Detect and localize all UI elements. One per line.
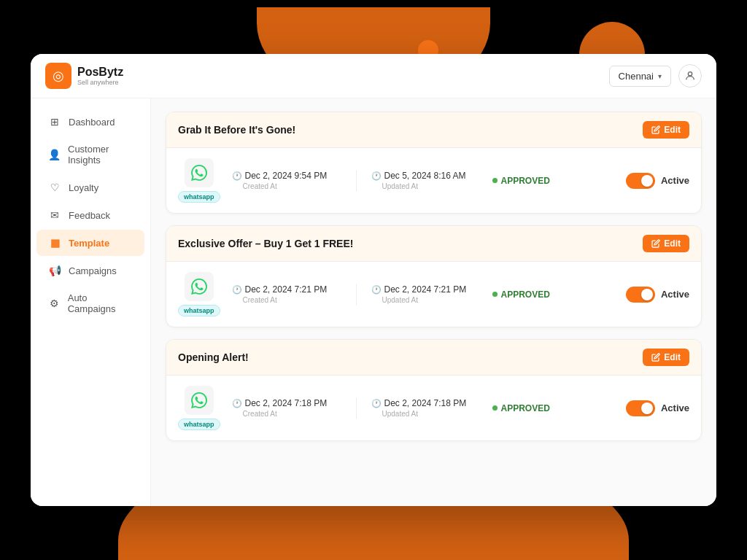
toggle-thumb-2 xyxy=(641,289,653,300)
user-profile-button[interactable] xyxy=(678,64,702,88)
created-at-group-3: 🕐 Dec 2, 2024 7:18 PM Created At xyxy=(232,398,341,418)
store-selector[interactable]: Chennai ▾ xyxy=(609,66,671,87)
sidebar-label-customer: Customer Insights xyxy=(68,144,133,166)
svg-point-0 xyxy=(688,72,692,76)
store-name: Chennai xyxy=(619,71,654,82)
clock-icon-1: 🕐 xyxy=(232,171,242,181)
status-dot-1 xyxy=(492,178,498,183)
logo-text: PosBytz Sell anywhere xyxy=(77,66,123,86)
status-dot-3 xyxy=(492,405,498,411)
sidebar-item-customer-insights[interactable]: 👤 Customer Insights xyxy=(36,136,144,173)
active-toggle-3[interactable] xyxy=(626,400,655,416)
sidebar-label-campaigns: Campaigns xyxy=(69,265,117,276)
sidebar-label-dashboard: Dashboard xyxy=(69,117,115,128)
clock-icon-4: 🕐 xyxy=(371,285,382,295)
template-card-3: Opening Alert! Edit xyxy=(166,339,702,441)
clock-icon-6: 🕐 xyxy=(371,399,382,408)
active-label-1: Active xyxy=(661,175,689,186)
logo-icon: ◎ xyxy=(45,63,71,89)
edit-button-1[interactable]: Edit xyxy=(643,121,689,139)
sidebar-label-auto-campaigns: Auto Campaigns xyxy=(68,292,133,314)
sidebar-label-template: Template xyxy=(69,238,109,249)
sidebar-item-feedback[interactable]: ✉ Feedback xyxy=(36,202,144,228)
whatsapp-container-1: whatsapp xyxy=(178,158,220,203)
toggle-container-3: Active xyxy=(626,400,689,416)
app-tagline: Sell anywhere xyxy=(77,79,123,86)
toggle-container-1: Active xyxy=(626,173,689,189)
created-at-group-2: 🕐 Dec 2, 2024 7:21 PM Created At xyxy=(232,284,341,304)
template-title-3: Opening Alert! xyxy=(178,351,249,363)
divider-2 xyxy=(356,284,357,306)
created-label-3: Created At xyxy=(232,410,341,418)
sidebar: ⊞ Dashboard 👤 Customer Insights ♡ Loyalt… xyxy=(31,98,151,506)
whatsapp-badge-2: whatsapp xyxy=(178,305,220,316)
sidebar-label-feedback: Feedback xyxy=(69,210,110,221)
card-header-1: Grab It Before It's Gone! Edit xyxy=(166,112,701,148)
whatsapp-badge-1: whatsapp xyxy=(178,191,220,203)
active-toggle-2[interactable] xyxy=(626,287,655,303)
sidebar-item-auto-campaigns[interactable]: ⚙ Auto Campaigns xyxy=(36,285,144,322)
whatsapp-icon-2 xyxy=(185,272,214,301)
clock-icon-5: 🕐 xyxy=(232,399,242,408)
card-body-3: whatsapp 🕐 Dec 2, 2024 7:18 PM Created A… xyxy=(166,376,701,440)
template-card-2: Exclusive Offer – Buy 1 Get 1 FREE! Edit xyxy=(166,225,702,327)
body: ⊞ Dashboard 👤 Customer Insights ♡ Loyalt… xyxy=(31,98,716,506)
toggle-container-2: Active xyxy=(626,287,689,303)
updated-at-1: 🕐 Dec 5, 2024 8:16 AM xyxy=(371,171,481,181)
active-label-3: Active xyxy=(661,402,689,413)
edit-button-3[interactable]: Edit xyxy=(643,349,689,366)
whatsapp-icon-1 xyxy=(185,158,214,187)
created-at-3: 🕐 Dec 2, 2024 7:18 PM xyxy=(232,398,341,408)
card-body-1: whatsapp 🕐 Dec 2, 2024 9:54 PM Created A… xyxy=(166,148,701,213)
active-toggle-1[interactable] xyxy=(626,173,655,189)
toggle-thumb-1 xyxy=(641,175,653,187)
campaigns-icon: 📢 xyxy=(48,265,61,276)
sidebar-item-campaigns[interactable]: 📢 Campaigns xyxy=(36,257,144,284)
updated-at-group-1: 🕐 Dec 5, 2024 8:16 AM Updated At xyxy=(371,171,481,190)
sidebar-item-loyalty[interactable]: ♡ Loyalty xyxy=(36,174,144,201)
logo: ◎ PosBytz Sell anywhere xyxy=(45,63,123,89)
clock-icon-2: 🕐 xyxy=(371,171,382,181)
status-dot-2 xyxy=(492,292,498,297)
toggle-thumb-3 xyxy=(641,402,653,414)
updated-label-2: Updated At xyxy=(371,296,481,304)
created-at-1: 🕐 Dec 2, 2024 9:54 PM xyxy=(232,171,341,181)
template-title-2: Exclusive Offer – Buy 1 Get 1 FREE! xyxy=(178,238,353,249)
template-card-1: Grab It Before It's Gone! Edit xyxy=(166,112,702,214)
divider-3 xyxy=(356,397,357,419)
chevron-down-icon: ▾ xyxy=(658,72,662,80)
created-label-1: Created At xyxy=(232,182,341,190)
sidebar-item-template[interactable]: ▦ Template xyxy=(36,230,144,256)
dashboard-icon: ⊞ xyxy=(48,116,61,128)
created-at-group-1: 🕐 Dec 2, 2024 9:54 PM Created At xyxy=(232,171,341,190)
updated-label-3: Updated At xyxy=(371,410,481,418)
created-at-2: 🕐 Dec 2, 2024 7:21 PM xyxy=(232,284,341,295)
status-2: APPROVED xyxy=(492,289,565,300)
main-window: ◎ PosBytz Sell anywhere Chennai ▾ ⊞ xyxy=(31,54,716,506)
header: ◎ PosBytz Sell anywhere Chennai ▾ xyxy=(31,54,716,98)
clock-icon-3: 🕐 xyxy=(232,285,242,295)
card-header-3: Opening Alert! Edit xyxy=(166,340,701,376)
whatsapp-container-3: whatsapp xyxy=(178,386,220,430)
updated-at-3: 🕐 Dec 2, 2024 7:18 PM xyxy=(371,398,481,408)
updated-label-1: Updated At xyxy=(371,182,481,190)
divider-1 xyxy=(356,170,357,192)
sidebar-item-dashboard[interactable]: ⊞ Dashboard xyxy=(36,109,144,135)
updated-at-group-2: 🕐 Dec 2, 2024 7:21 PM Updated At xyxy=(371,284,481,304)
template-icon: ▦ xyxy=(48,237,61,249)
status-1: APPROVED xyxy=(492,176,565,186)
auto-campaigns-icon: ⚙ xyxy=(48,298,61,309)
main-content: Grab It Before It's Gone! Edit xyxy=(151,98,716,506)
card-header-2: Exclusive Offer – Buy 1 Get 1 FREE! Edit xyxy=(166,226,701,262)
sidebar-label-loyalty: Loyalty xyxy=(69,182,98,193)
card-body-2: whatsapp 🕐 Dec 2, 2024 7:21 PM Created A… xyxy=(166,262,701,327)
active-label-2: Active xyxy=(661,289,689,300)
whatsapp-icon-3 xyxy=(185,386,214,415)
status-3: APPROVED xyxy=(492,403,565,413)
app-name: PosBytz xyxy=(77,66,123,79)
customer-icon: 👤 xyxy=(48,149,61,160)
template-title-1: Grab It Before It's Gone! xyxy=(178,124,295,136)
edit-button-2[interactable]: Edit xyxy=(643,235,689,252)
feedback-icon: ✉ xyxy=(48,209,61,221)
created-label-2: Created At xyxy=(232,296,341,304)
